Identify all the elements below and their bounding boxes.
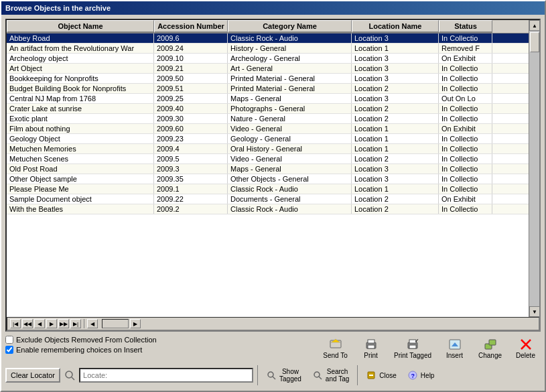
nav-next-page-btn[interactable]: ▶▶ [58, 319, 69, 328]
cell-accession-number: 2009.25 [154, 94, 228, 103]
nav-first-btn[interactable]: |◀ [10, 319, 21, 328]
divider2 [357, 365, 358, 385]
cell-status: On Exhibit [439, 54, 492, 63]
table-row[interactable]: Archeology object 2009.10 Archeology - G… [7, 54, 529, 64]
show-tagged-button[interactable]: ShowTagged [262, 367, 305, 384]
cell-location-name: Location 3 [352, 74, 439, 83]
cell-location-name: Location 1 [352, 134, 439, 143]
table-row[interactable]: Film about nothing 2009.60 Video - Gener… [7, 124, 529, 134]
table-row[interactable]: Please Please Me 2009.1 Classic Rock - A… [7, 184, 529, 194]
nav-prev-btn[interactable]: ◀ [34, 319, 45, 328]
vertical-scrollbar[interactable]: ▲ ▼ [529, 20, 539, 317]
svg-point-19 [314, 372, 320, 377]
scroll-track[interactable] [529, 31, 539, 306]
nav-extra-btn[interactable]: ◀ [87, 319, 98, 328]
clear-locator-button[interactable]: Clear Locator [5, 368, 60, 383]
table-row[interactable]: Exotic plant 2009.30 Nature - General Lo… [7, 114, 529, 124]
table-body: Abbey Road 2009.6 Classic Rock - Audio L… [7, 34, 529, 317]
show-tagged-label: ShowTagged [279, 368, 301, 383]
send-to-label: Send To [323, 352, 348, 359]
print-tagged-button[interactable]: ✓ Print Tagged [391, 336, 434, 361]
cell-accession-number: 2009.30 [154, 114, 228, 123]
exclude-removed-checkbox[interactable] [5, 336, 13, 344]
cell-accession-number: 2009.40 [154, 104, 228, 113]
table-row[interactable]: An artifact from the Revolutionary War 2… [7, 44, 529, 54]
insert-button[interactable]: Insert [439, 336, 470, 361]
nav-sep [84, 319, 84, 328]
cell-status: In Collectio [439, 114, 492, 123]
insert-icon [448, 337, 462, 352]
cell-status: In Collectio [439, 134, 492, 143]
horizontal-scrollbar[interactable] [102, 319, 129, 328]
cell-object-name: Art Object [7, 64, 154, 73]
table-row[interactable]: Old Post Road 2009.3 Maps - General Loca… [7, 164, 529, 174]
cell-object-name: Bookkeeping for Nonprofits [7, 74, 154, 83]
close-icon [366, 370, 377, 381]
col-category-name[interactable]: Category Name [228, 20, 352, 33]
nav-last-btn[interactable]: ▶| [70, 319, 81, 328]
cell-category-name: Maps - General [228, 164, 352, 174]
close-button[interactable]: Close [362, 369, 401, 382]
table-row[interactable]: Metuchen Memories 2009.4 Oral History - … [7, 144, 529, 154]
cell-category-name: Other Objects - General [228, 174, 352, 184]
cell-category-name: Classic Rock - Audio [228, 184, 352, 194]
search-and-tag-button[interactable]: Searchand Tag [308, 367, 353, 384]
table-row[interactable]: Abbey Road 2009.6 Classic Rock - Audio L… [7, 34, 529, 44]
col-object-name[interactable]: Object Name [7, 20, 154, 33]
send-to-button[interactable]: Send To [320, 336, 350, 361]
title-bar: Browse Objects in the archive [1, 1, 545, 15]
cell-category-name: Documents - General [228, 194, 352, 204]
search-and-tag-label: Searchand Tag [326, 368, 349, 383]
col-location-name[interactable]: Location Name [352, 20, 439, 33]
cell-status: Removed F [439, 44, 492, 53]
scroll-down-btn[interactable]: ▼ [529, 306, 539, 317]
locate-input[interactable] [79, 368, 253, 383]
table-row[interactable]: Other Object sample 2009.35 Other Object… [7, 174, 529, 184]
table-row[interactable]: Art Object 2009.21 Art - General Locatio… [7, 64, 529, 74]
table-row[interactable]: Crater Lake at sunrise 2009.40 Photograp… [7, 104, 529, 114]
show-tagged-icon [266, 370, 277, 381]
help-label: Help [421, 372, 435, 379]
checkbox-area: Exclude Objects Removed From Collection … [5, 334, 157, 355]
nav-right-btn[interactable]: ▶ [130, 319, 141, 328]
table-row[interactable]: Geology Object 2009.23 Geology - General… [7, 134, 529, 144]
cell-category-name: Geology - General [228, 134, 352, 143]
cell-accession-number: 2009.2 [154, 204, 228, 214]
delete-icon [519, 337, 533, 352]
enable-remember-checkbox[interactable] [5, 346, 13, 354]
cell-object-name: Metuchen Scenes [7, 154, 154, 164]
change-button[interactable]: Change [475, 336, 505, 361]
delete-button[interactable]: Delete [510, 336, 541, 361]
cell-status: In Collectio [439, 184, 492, 194]
nav-prev-page-btn[interactable]: ◀◀ [22, 319, 33, 328]
col-accession-number[interactable]: Accession Number [154, 20, 228, 33]
nav-next-btn[interactable]: ▶ [46, 319, 57, 328]
cell-location-name: Location 3 [352, 174, 439, 184]
scroll-up-btn[interactable]: ▲ [529, 20, 539, 31]
cell-category-name: History - General [228, 44, 352, 53]
table-row[interactable]: Bookkeeping for Nonprofits 2009.50 Print… [7, 74, 529, 84]
table-row[interactable]: Sample Document object 2009.22 Documents… [7, 194, 529, 204]
cell-category-name: Art - General [228, 64, 352, 73]
svg-rect-22 [369, 375, 373, 376]
cell-object-name: Archeology object [7, 54, 154, 63]
cell-accession-number: 2009.50 [154, 74, 228, 83]
cell-location-name: Location 1 [352, 184, 439, 194]
table-row[interactable]: Budget Building Book for Nonprofits 2009… [7, 84, 529, 94]
cell-object-name: With the Beatles [7, 204, 154, 214]
cell-location-name: Location 2 [352, 204, 439, 214]
help-button[interactable]: ? Help [403, 369, 439, 382]
table-row[interactable]: Metuchen Scenes 2009.5 Video - General L… [7, 154, 529, 164]
table-row[interactable]: Central NJ Map from 1768 2009.25 Maps - … [7, 94, 529, 104]
table-row[interactable]: With the Beatles 2009.2 Classic Rock - A… [7, 204, 529, 214]
svg-rect-12 [489, 340, 496, 345]
scroll-thumb[interactable] [530, 32, 539, 52]
svg-rect-7 [409, 345, 416, 348]
cell-location-name: Location 3 [352, 54, 439, 63]
print-button[interactable]: Print [356, 336, 386, 361]
svg-rect-3 [368, 340, 374, 343]
cell-category-name: Printed Material - General [228, 84, 352, 93]
col-status[interactable]: Status [439, 20, 492, 33]
cell-location-name: Location 1 [352, 144, 439, 153]
cell-object-name: Metuchen Memories [7, 144, 154, 153]
